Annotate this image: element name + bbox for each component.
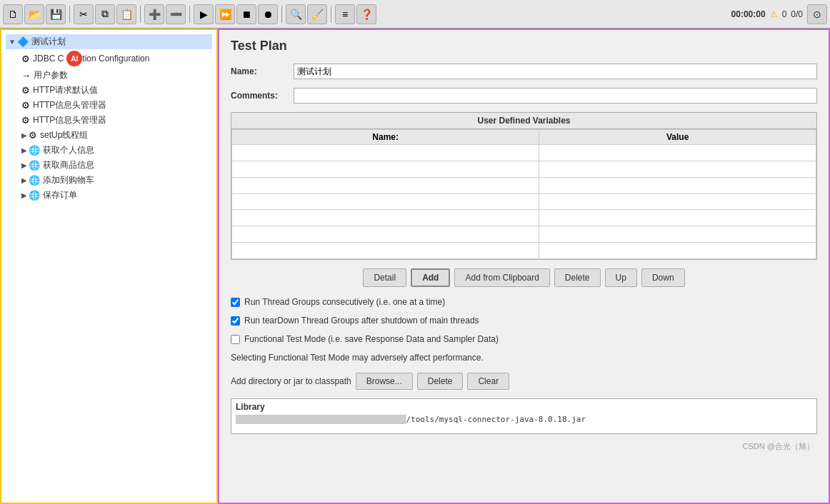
variables-body (232, 145, 816, 259)
tree-item-http-header1[interactable]: ⚙ HTTP信息头管理器 (19, 98, 212, 113)
functional-mode-label: Functional Test Mode (i.e. save Response… (244, 334, 499, 344)
empty-row-6 (232, 226, 816, 243)
delete-button[interactable]: Delete (554, 268, 601, 287)
order-arrow-icon: ▶ (21, 191, 27, 199)
copy-button[interactable]: ⧉ (95, 4, 115, 24)
variables-title: User Defined Variables (231, 113, 816, 129)
teardown-checkbox[interactable] (231, 316, 240, 326)
detail-button[interactable]: Detail (363, 268, 406, 287)
toolbar-sep-4 (281, 6, 282, 23)
toolbar-sep-3 (189, 6, 190, 23)
run-consecutive-checkbox[interactable] (231, 298, 240, 307)
toolbar-info: 00:00:00 ⚠ 0 0/0 ⊙ (731, 4, 827, 24)
right-panel: Test Plan Name: Comments: User Defined V… (218, 29, 830, 504)
library-entry: ████████████████████████████████████/too… (236, 415, 812, 424)
personal-icon: 🌐 (29, 145, 40, 156)
main-area: ▼ 🔷 测试计划 ⚙ JDBC C AI tion Configuration … (0, 29, 830, 504)
personal-arrow-icon: ▶ (21, 146, 27, 154)
remove-button[interactable]: ➖ (166, 4, 186, 24)
http-default-icon: ⚙ (21, 85, 30, 96)
tree-jdbc-label2: tion Configuration (82, 54, 149, 64)
tree-setup-label: setUp线程组 (40, 129, 88, 141)
tree-order-label: 保存订单 (43, 189, 77, 201)
browse-button[interactable]: Browse... (356, 373, 413, 390)
table-buttons-row: Detail Add Add from Clipboard Delete Up … (231, 268, 817, 287)
functional-mode-checkbox[interactable] (231, 335, 240, 344)
tree-personal-label: 获取个人信息 (43, 144, 94, 156)
paste-button[interactable]: 📋 (116, 4, 136, 24)
tree-item-http-header2[interactable]: ⚙ HTTP信息头管理器 (19, 113, 212, 128)
add-button[interactable]: Add (411, 268, 450, 287)
help-button[interactable]: ❓ (356, 4, 376, 24)
tree-item-user-param[interactable]: → 用户参数 (19, 68, 212, 83)
empty-row-3 (232, 177, 816, 193)
tree-item-http-default[interactable]: ⚙ HTTP请求默认值 (19, 83, 212, 98)
clear-button[interactable]: 🧹 (307, 4, 327, 24)
new-button[interactable]: 🗋 (3, 4, 23, 24)
teardown-label: Run tearDown Thread Groups after shutdow… (244, 316, 479, 326)
run-consecutive-label: Run Thread Groups consecutively (i.e. on… (244, 297, 445, 307)
clear-button[interactable]: Clear (467, 373, 509, 390)
add-from-clipboard-button[interactable]: Add from Clipboard (454, 268, 549, 287)
open-button[interactable]: 📂 (24, 4, 44, 24)
classpath-label: Add directory or jar to classpath (231, 376, 351, 386)
name-label: Name: (231, 66, 288, 76)
order-icon: 🌐 (29, 190, 40, 201)
watermark: CSDN @合光（旭） (231, 440, 817, 453)
checkbox-row-2: Run tearDown Thread Groups after shutdow… (231, 316, 817, 326)
arrow-down-icon: ▼ (9, 38, 16, 46)
col-name: Name: (232, 130, 539, 145)
stop-button[interactable]: ⏹ (236, 4, 256, 24)
tree-item-jdbc[interactable]: ⚙ JDBC C AI tion Configuration (19, 49, 212, 68)
tree-item-get-goods[interactable]: ▶ 🌐 获取商品信息 (19, 158, 212, 173)
tree-root: ▼ 🔷 测试计划 ⚙ JDBC C AI tion Configuration … (1, 33, 216, 204)
empty-row-7 (232, 243, 816, 259)
tree-goods-label: 获取商品信息 (43, 159, 94, 171)
ai-badge: AI (66, 51, 82, 66)
search-button[interactable]: 🔍 (286, 4, 306, 24)
cart-arrow-icon: ▶ (21, 176, 27, 184)
classpath-delete-button[interactable]: Delete (417, 373, 464, 390)
run-all-button[interactable]: ⏩ (215, 4, 235, 24)
error-count: 0/0 (791, 9, 803, 19)
up-button[interactable]: Up (605, 268, 637, 287)
list-button[interactable]: ≡ (335, 4, 355, 24)
tree-http-default-label: HTTP请求默认值 (33, 84, 98, 96)
stop-now-button[interactable]: ⏺ (258, 4, 278, 24)
library-box: Library ████████████████████████████████… (231, 398, 817, 434)
setup-icon: ⚙ (29, 130, 37, 141)
goods-icon: 🌐 (29, 160, 40, 171)
tree-children: ⚙ JDBC C AI tion Configuration → 用户参数 ⚙ … (6, 49, 212, 203)
cart-icon: 🌐 (29, 175, 40, 186)
save-button[interactable]: 💾 (46, 4, 66, 24)
user-param-icon: → (21, 70, 31, 81)
toolbar-sep-2 (140, 6, 141, 23)
http-header1-icon: ⚙ (21, 100, 30, 111)
add-button[interactable]: ➕ (144, 4, 164, 24)
name-input[interactable] (294, 64, 817, 79)
panel-title: Test Plan (231, 39, 817, 54)
comments-input[interactable] (294, 88, 817, 104)
toolbar-sep-1 (69, 6, 70, 23)
goods-arrow-icon: ▶ (21, 161, 27, 169)
toolbar-sep-5 (331, 6, 331, 23)
tree-item-root[interactable]: ▼ 🔷 测试计划 (6, 34, 212, 49)
tree-item-add-cart[interactable]: ▶ 🌐 添加到购物车 (19, 173, 212, 188)
tree-item-get-personal[interactable]: ▶ 🌐 获取个人信息 (19, 143, 212, 158)
fullscreen-button[interactable]: ⊙ (807, 4, 827, 24)
cut-button[interactable]: ✂ (74, 4, 94, 24)
col-value: Value (539, 130, 816, 145)
tree-item-save-order[interactable]: ▶ 🌐 保存订单 (19, 188, 212, 203)
tree-item-setup[interactable]: ▶ ⚙ setUp线程组 (19, 128, 212, 143)
empty-row-4 (232, 193, 816, 210)
comments-label: Comments: (231, 91, 288, 101)
test-plan-icon: 🔷 (17, 36, 29, 47)
run-button[interactable]: ▶ (194, 4, 214, 24)
empty-row-2 (232, 161, 816, 177)
warning-icon: ⚠ (770, 9, 778, 19)
classpath-row: Add directory or jar to classpath Browse… (231, 373, 817, 390)
name-row: Name: (231, 64, 817, 79)
variables-table: Name: Value (231, 129, 816, 259)
down-button[interactable]: Down (641, 268, 685, 287)
library-suffix: /tools/mysql-connector-java-8.0.18.jar (406, 415, 586, 424)
